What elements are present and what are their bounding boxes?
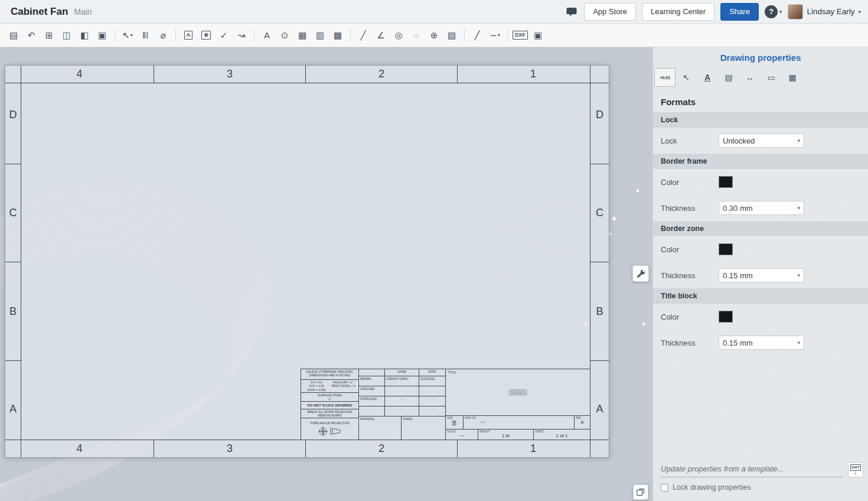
- balloon-icon[interactable]: ⊙: [276, 27, 293, 44]
- zone-label: C: [590, 164, 609, 262]
- title-block-thickness-row: Thickness 0.15 mm ▾: [661, 336, 868, 350]
- modify-tools-button[interactable]: [632, 265, 649, 282]
- chevron-down-icon: ▾: [130, 32, 133, 38]
- border-frame-thickness-row: Thickness 0.30 mm ▾: [661, 201, 868, 215]
- help-menu[interactable]: ? ▾: [765, 5, 782, 18]
- section-header-border-frame: Border frame: [653, 154, 868, 169]
- user-name: Lindsay Early: [807, 7, 854, 16]
- projected-view-icon[interactable]: ◫: [58, 27, 76, 44]
- surface-finish-icon[interactable]: ✓: [215, 27, 233, 44]
- crop-view-icon[interactable]: ▣: [93, 27, 111, 44]
- tab-leaders-icon: ↔: [746, 73, 754, 82]
- title-block-color-swatch[interactable]: [719, 311, 733, 323]
- title-value[interactable]: ----: [509, 389, 527, 396]
- weld-symbol-icon[interactable]: ↝: [233, 27, 250, 44]
- document-title: Cabinet Fan: [11, 6, 68, 18]
- border-frame-color-swatch[interactable]: [719, 176, 733, 188]
- share-button[interactable]: Share: [720, 3, 759, 21]
- center-point-icon[interactable]: ⊕: [425, 27, 443, 44]
- zone-label: B: [590, 262, 609, 361]
- tab-table-style[interactable]: ▦: [782, 68, 803, 87]
- surface-finish-icon: ✓: [302, 397, 357, 402]
- do-not-scale-cell: DO NOT SCALE DRAWING: [301, 402, 358, 409]
- bom-table-icon[interactable]: ▥: [311, 27, 329, 44]
- toolbar-separator: [254, 29, 254, 42]
- sheet-properties-icon[interactable]: ▤: [5, 27, 22, 44]
- lock-select[interactable]: Unlocked ▾: [719, 134, 804, 148]
- break-edges-cell: BREAK ALL SHARP EDGES AND REMOVE BURRS: [301, 409, 358, 418]
- section-header-title-block: Title block: [653, 288, 868, 304]
- chevron-down-icon: ▾: [858, 9, 861, 15]
- toolbar-separator: [175, 29, 176, 42]
- title-block-thickness-select[interactable]: 0.15 mm ▾: [719, 336, 804, 350]
- sheets-panel-button[interactable]: [633, 484, 648, 500]
- zone-band-right: D C B A: [590, 66, 609, 457]
- wrench-icon: [636, 269, 646, 279]
- border-zone-thickness-select[interactable]: 0.15 mm ▾: [719, 268, 804, 282]
- comment-icon[interactable]: [565, 5, 578, 18]
- undo-icon[interactable]: ↶: [22, 27, 40, 44]
- lock-drawing-properties-checkbox[interactable]: [661, 484, 668, 492]
- title-block-color-row: Color: [661, 310, 868, 324]
- dwt-template-button[interactable]: DWT ⇣: [848, 462, 863, 477]
- border-zone-color-swatch[interactable]: [719, 243, 733, 255]
- drawn-name: LINDSAY EARLY: [385, 376, 419, 386]
- dxf-dwg-export-icon[interactable]: DXF: [511, 27, 529, 44]
- section-header-border-zone: Border zone: [653, 221, 868, 236]
- third-angle-cell: THIRD ANGLE PROJECTION: [301, 418, 358, 440]
- dwg-no-cell: DWG NO. ----: [464, 416, 575, 429]
- zone-label: D: [590, 66, 609, 164]
- hole-table-icon[interactable]: ▩: [329, 27, 347, 44]
- name-column-header: NAME: [385, 369, 419, 376]
- sheets-icon: [636, 487, 645, 497]
- section-view-icon[interactable]: ◧: [76, 27, 93, 44]
- ordinate-dimension-icon[interactable]: ‖ǀ: [136, 27, 154, 44]
- border-zone-color-row: Color: [661, 242, 868, 256]
- learning-center-button[interactable]: Learning Center: [642, 3, 714, 21]
- tab-units-precision[interactable]: +0.01: [654, 68, 676, 87]
- tab-text-style[interactable]: A: [697, 68, 718, 87]
- center-mark-icon[interactable]: ◎: [390, 27, 407, 44]
- app-store-button[interactable]: App Store: [584, 3, 636, 21]
- surface-finish-cell: SURFACE FINISH ✓: [301, 393, 358, 402]
- chevron-down-icon: ▾: [779, 9, 782, 15]
- weight-cell: WEIGHT 1 lb: [478, 430, 534, 440]
- text-icon[interactable]: A: [258, 27, 276, 44]
- zone-label: 2: [306, 66, 458, 83]
- workspace-name[interactable]: Main: [74, 7, 92, 17]
- tolerance-header: UNLESS OTHERWISE SPECIFIED, DIMENSIONS A…: [301, 369, 358, 380]
- diameter-dimension-icon[interactable]: ⌀: [154, 27, 172, 44]
- note-icon[interactable]: A: [180, 27, 197, 44]
- drawn-label: DRAWN: [359, 376, 385, 386]
- user-menu[interactable]: Lindsay Early ▾: [788, 4, 861, 19]
- zone-label: 1: [458, 66, 609, 83]
- tab-leaders[interactable]: ↔: [739, 68, 761, 87]
- lock-row: Lock Unlocked ▾: [661, 134, 868, 148]
- line-icon[interactable]: ╱: [468, 27, 486, 44]
- geometric-tolerance-icon[interactable]: ⊕: [197, 27, 215, 44]
- size-cell: SIZE B: [446, 416, 464, 429]
- drawing-sheet[interactable]: 4 3 2 1 4 3 2 1 D C B A D C B A UNLESS O…: [5, 65, 609, 458]
- border-frame-thickness-select[interactable]: 0.30 mm ▾: [719, 201, 804, 215]
- tab-dimension-style[interactable]: ↖: [676, 68, 697, 87]
- lock-label: Lock: [661, 136, 719, 145]
- tab-sheet-style[interactable]: ▤: [718, 68, 739, 87]
- hatch-icon[interactable]: ▨: [443, 27, 461, 44]
- centerline-between-lines-icon[interactable]: ∠: [372, 27, 390, 44]
- tab-view-frame[interactable]: ▭: [761, 68, 782, 87]
- table-icon[interactable]: ▦: [293, 27, 311, 44]
- zone-band-top: 4 3 2 1: [5, 66, 609, 83]
- insert-view-icon[interactable]: ⊞: [40, 27, 58, 44]
- avatar: [788, 4, 803, 19]
- circular-centerline-icon[interactable]: ◌: [407, 27, 425, 44]
- title-block[interactable]: UNLESS OTHERWISE SPECIFIED, DIMENSIONS A…: [301, 369, 590, 440]
- dimension-icon[interactable]: ↖▾: [119, 27, 136, 44]
- image-icon[interactable]: ▣: [529, 27, 547, 44]
- centerline-icon[interactable]: ╱: [354, 27, 372, 44]
- chevron-down-icon: ▾: [797, 205, 800, 211]
- scale-cell: SCALE ----: [446, 430, 478, 440]
- update-from-template-field[interactable]: Update properties from a template...: [661, 462, 843, 477]
- toolbar-separator: [350, 29, 351, 42]
- arrow-down-icon: ⇣: [854, 471, 857, 475]
- spline-icon[interactable]: ∼▾: [486, 27, 504, 44]
